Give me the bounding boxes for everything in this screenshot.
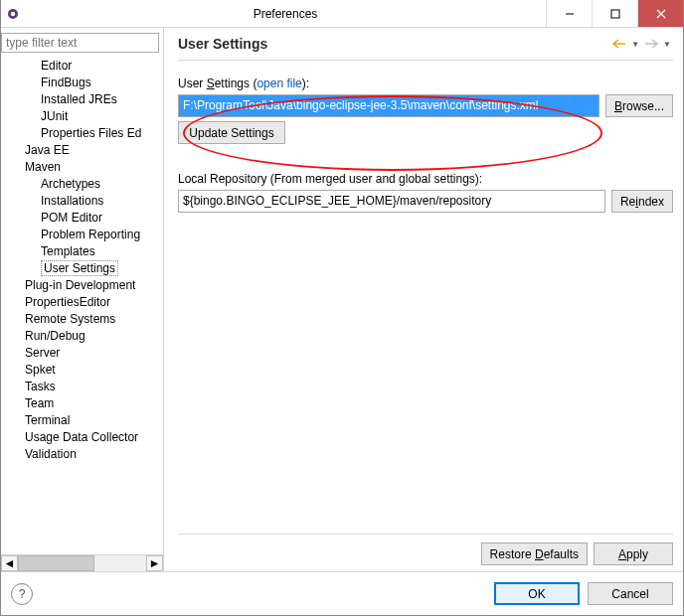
tree-item-properties-editor[interactable]: PropertiesEditor <box>5 293 163 310</box>
user-settings-path-input[interactable]: F:\ProgramTool\Java\bingo-eclipse-jee-3.… <box>178 94 599 117</box>
browse-button[interactable]: Browse... <box>605 94 673 117</box>
forward-dropdown-icon[interactable]: ▼ <box>661 40 673 49</box>
tree-item-pom-editor[interactable]: POM Editor <box>5 209 163 226</box>
tree-item-maven[interactable]: Maven <box>5 158 163 175</box>
filter-input[interactable] <box>1 33 159 53</box>
user-settings-label: User Settings (open file): <box>178 77 673 90</box>
tree-item-validation[interactable]: Validation <box>5 445 163 462</box>
tree-item-junit[interactable]: JUnit <box>5 107 163 124</box>
tree-item-team[interactable]: Team <box>5 394 163 411</box>
local-repo-path-input[interactable]: ${bingo.BINGO_ECLIPSE_JEE_HOME}/maven/re… <box>178 190 605 213</box>
restore-defaults-button[interactable]: Restore Defaults <box>481 542 588 565</box>
apply-button[interactable]: Apply <box>594 542 673 565</box>
tree-item-tasks[interactable]: Tasks <box>5 378 163 394</box>
tree-item-archetypes[interactable]: Archetypes <box>5 175 163 192</box>
close-button[interactable] <box>637 0 683 27</box>
dialog-footer: ? OK Cancel <box>1 571 683 615</box>
tree-item-server[interactable]: Server <box>5 344 163 361</box>
sidebar: Editor FindBugs Installed JREs JUnit Pro… <box>1 28 164 571</box>
tree-item-usage-data[interactable]: Usage Data Collector <box>5 428 163 445</box>
window-title: Preferences <box>25 0 546 27</box>
tree-horizontal-scrollbar[interactable]: ◄ ► <box>1 554 163 571</box>
page-heading: User Settings <box>178 36 611 52</box>
tree-item-remote-systems[interactable]: Remote Systems <box>5 310 163 327</box>
preference-tree[interactable]: Editor FindBugs Installed JREs JUnit Pro… <box>1 57 163 554</box>
minimize-button[interactable] <box>546 0 592 27</box>
tree-item-terminal[interactable]: Terminal <box>5 411 163 428</box>
scroll-right-icon[interactable]: ► <box>146 555 163 571</box>
tree-item-properties-files-ed[interactable]: Properties Files Ed <box>5 124 163 141</box>
tree-item-installed-jres[interactable]: Installed JREs <box>5 90 163 107</box>
tree-item-run-debug[interactable]: Run/Debug <box>5 327 163 344</box>
tree-item-installations[interactable]: Installations <box>5 192 163 209</box>
svg-rect-3 <box>611 10 619 18</box>
tree-item-user-settings[interactable]: User Settings <box>5 259 163 276</box>
svg-point-1 <box>11 11 15 15</box>
tree-item-plugin-dev[interactable]: Plug-in Development <box>5 276 163 293</box>
tree-item-java-ee[interactable]: Java EE <box>5 141 163 158</box>
cancel-button[interactable]: Cancel <box>588 582 673 605</box>
title-bar: Preferences <box>1 0 683 28</box>
update-settings-button[interactable]: Update Settings <box>178 121 285 144</box>
back-dropdown-icon[interactable]: ▼ <box>629 40 641 49</box>
tree-item-templates[interactable]: Templates <box>5 242 163 259</box>
tree-item-problem-reporting[interactable]: Problem Reporting <box>5 226 163 242</box>
local-repo-label: Local Repository (From merged user and g… <box>178 172 673 186</box>
back-button[interactable] <box>611 36 627 52</box>
tree-item-spket[interactable]: Spket <box>5 361 163 378</box>
app-icon <box>1 0 25 27</box>
reindex-button[interactable]: Reindex <box>611 190 673 213</box>
ok-button[interactable]: OK <box>494 582 580 605</box>
open-file-link[interactable]: open file <box>256 77 301 90</box>
forward-button[interactable] <box>643 36 659 52</box>
scroll-left-icon[interactable]: ◄ <box>1 555 18 571</box>
scroll-thumb[interactable] <box>18 555 94 571</box>
tree-item-findbugs[interactable]: FindBugs <box>5 74 163 90</box>
settings-pane: User Settings ▼ ▼ User Settings (open fi… <box>164 28 683 571</box>
maximize-button[interactable] <box>592 0 637 27</box>
tree-item-editor[interactable]: Editor <box>5 57 163 74</box>
help-button[interactable]: ? <box>11 583 33 605</box>
